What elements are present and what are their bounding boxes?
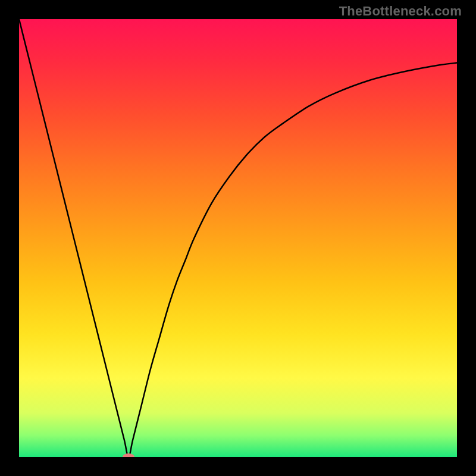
curve-layer: [19, 19, 457, 457]
plot-area: [19, 19, 457, 457]
chart-frame: { "watermark": "TheBottleneck.com", "col…: [0, 0, 476, 476]
bottleneck-curve: [19, 19, 457, 457]
watermark-text: TheBottleneck.com: [339, 4, 462, 19]
min-point-marker: [123, 453, 134, 457]
